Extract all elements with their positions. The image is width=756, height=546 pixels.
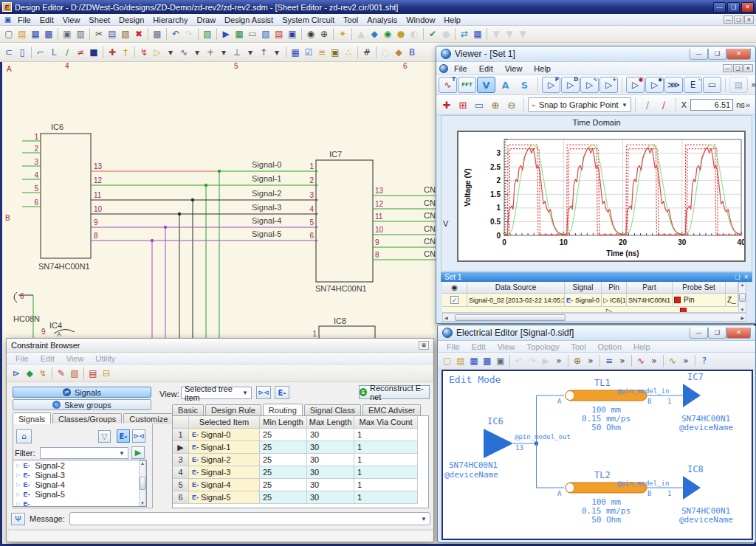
properties-icon[interactable]: ▩ xyxy=(151,28,164,41)
resistor-icon[interactable]: ∿ xyxy=(177,46,190,58)
net-label-dd-icon[interactable]: ▾ xyxy=(164,46,177,58)
menu-design[interactable]: Design xyxy=(114,15,148,25)
no-connect-icon[interactable]: † xyxy=(119,46,132,58)
menu-view[interactable]: View xyxy=(61,353,90,364)
update-netlist-icon[interactable]: ⇄ xyxy=(458,28,471,41)
run-button[interactable]: ▷● xyxy=(626,77,645,93)
print-icon[interactable]: ▣ xyxy=(61,28,74,41)
menu-view[interactable]: View xyxy=(58,15,85,25)
message-filter-button[interactable]: Ψ xyxy=(11,513,25,525)
menu-view[interactable]: View xyxy=(499,63,529,74)
set1-table-header[interactable]: ◉Data SourceSignalPinPartProbe Set xyxy=(442,282,738,294)
globe-icon[interactable]: ● xyxy=(394,28,408,41)
search-sheet-icon[interactable]: ⊕ xyxy=(317,28,331,41)
tab-routing[interactable]: Routing xyxy=(263,404,303,415)
chart-box[interactable]: 01020304000.511.522.53Time (ns)Voltage (… xyxy=(457,131,746,262)
probe-add[interactable]: ▷+ xyxy=(599,77,618,93)
viewer-mdi-restore-button[interactable]: ❑ xyxy=(733,64,743,72)
menu-design-assist[interactable]: Design Assist xyxy=(220,15,278,25)
electrical-titlebar[interactable]: Electrical Editor [Signal-0.sidf] — ❑ ✕ xyxy=(438,325,755,341)
electrical-close-button[interactable]: ✕ xyxy=(726,328,751,339)
measure-free-icon[interactable]: ∕ xyxy=(639,97,656,112)
mdi-restore-button[interactable]: ❑ xyxy=(734,15,743,24)
setting-b-icon[interactable]: ◆ xyxy=(392,46,405,58)
constraint-close-icon[interactable]: ▣ xyxy=(419,341,429,350)
row-visibility-checkbox[interactable]: ✓ xyxy=(450,296,458,304)
menu-edit[interactable]: Edit xyxy=(35,353,61,364)
signals-mode-button[interactable]: ⇄ Signals xyxy=(13,387,151,398)
net-check-icon[interactable]: ▦ xyxy=(289,46,302,58)
zoom-in-icon[interactable]: ⊕ xyxy=(487,97,504,112)
routing-row-signal-5[interactable]: 6E-Signal-525301 xyxy=(173,491,428,504)
net-search-icon[interactable]: ◉ xyxy=(381,28,394,41)
zoom-tool-icon[interactable]: ⊕ xyxy=(571,355,584,367)
scroll-up-icon[interactable]: ▲ xyxy=(740,283,745,287)
set1-horizontal-scrollbar[interactable]: ◀ ▶ xyxy=(442,313,746,322)
fit-window-icon[interactable]: ⊞ xyxy=(455,97,471,112)
sheet-frame-icon[interactable]: ▭ xyxy=(246,28,259,41)
topology-canvas[interactable]: Edit ModeIC6SN74HC00N1@deviceName@pin_mo… xyxy=(441,370,753,540)
save-icon[interactable]: ▦ xyxy=(29,28,42,41)
undo-icon[interactable]: ↶ xyxy=(169,28,182,41)
menu-edit[interactable]: Edit xyxy=(466,342,492,352)
enet-view-button[interactable]: E- xyxy=(117,429,130,443)
new-icon[interactable]: ▢ xyxy=(2,28,16,41)
design-assist-icon[interactable]: ▧ xyxy=(259,28,272,41)
paste-icon[interactable]: ▧ xyxy=(119,28,132,41)
minimize-button[interactable]: — xyxy=(713,2,726,13)
routing-row-signal-4[interactable]: 5E-Signal-425301 xyxy=(173,479,428,491)
viewer-mdi-close-button[interactable]: ✕ xyxy=(743,64,753,72)
tree-item-signal-2[interactable]: ▷E-Signal-2 xyxy=(13,460,146,470)
apply-filter-button[interactable]: ▶ xyxy=(131,446,145,459)
enet-filter-button[interactable]: E- xyxy=(275,386,289,399)
set-column-signal[interactable]: Signal xyxy=(565,282,602,294)
overflow-4-icon[interactable]: » xyxy=(647,355,661,367)
doc-view-icon[interactable]: ▤ xyxy=(272,28,286,41)
menu-view[interactable]: View xyxy=(492,342,521,352)
menu-file[interactable]: File xyxy=(448,63,473,74)
scroll-left-icon[interactable]: ◀ xyxy=(443,315,448,320)
menu-hierarchy[interactable]: Hierarchy xyxy=(148,15,192,25)
tab-basic[interactable]: Basic xyxy=(172,404,204,415)
menu-file[interactable]: File xyxy=(441,342,466,352)
routing-row-signal-1[interactable]: ▶E-Signal-125301 xyxy=(173,441,428,454)
menu-draw[interactable]: Draw xyxy=(192,15,220,25)
open-file-icon[interactable]: ▤ xyxy=(454,355,467,367)
probe-diff[interactable]: ▷D xyxy=(561,77,580,93)
tree-item-signal-4[interactable]: ▷E-Signal-4 xyxy=(13,480,146,489)
toolbar-overflow[interactable]: » xyxy=(749,77,756,93)
window-table-icon[interactable]: ▦ xyxy=(471,28,484,41)
column-header-selected-item[interactable]: Selected Item xyxy=(189,416,260,429)
probe-wave[interactable]: ▷∿ xyxy=(580,77,599,93)
overflow-1-icon[interactable]: » xyxy=(552,355,566,367)
fit-all-icon[interactable]: ✚ xyxy=(439,97,455,112)
column-header-min-length[interactable]: Min Length xyxy=(260,416,307,429)
menu-edit[interactable]: Edit xyxy=(473,63,499,74)
new-file-icon[interactable]: ▢ xyxy=(441,355,454,367)
mdi-close-button[interactable]: ✕ xyxy=(744,15,754,24)
pen-globe-icon[interactable]: ◆ xyxy=(368,28,381,41)
set1-table-row[interactable]: ✓Signal-0_02 [2013-02-22 14:05:30]E-Sign… xyxy=(442,294,738,307)
cursor-x-field[interactable]: 6.51 xyxy=(690,99,733,111)
tree-item-button[interactable]: ⊳⊲ xyxy=(256,386,271,399)
symbol-icon[interactable]: ▯ xyxy=(16,46,29,58)
tree-scrollbar[interactable]: ▲ ▼ xyxy=(139,460,146,506)
scroll-down-icon[interactable]: ▼ xyxy=(740,308,745,312)
check-icon[interactable]: ✔ xyxy=(426,28,439,41)
copy-icon[interactable]: ▤ xyxy=(106,28,119,41)
filter-combo[interactable]: ▼ xyxy=(40,447,128,459)
edit-enet-icon[interactable]: ↯ xyxy=(36,367,49,379)
pin-add-icon[interactable]: + xyxy=(204,46,217,58)
menu-file[interactable]: File xyxy=(10,353,35,364)
electrical-editor-window[interactable]: Electrical Editor [Signal-0.sidf] — ❑ ✕ … xyxy=(437,325,756,543)
snap-mode-dropdown[interactable]: ⌁ Snap to Graphic Point ▼ xyxy=(528,97,631,112)
overflow-2-icon[interactable]: » xyxy=(584,355,597,367)
viewer-minimize-button[interactable]: — xyxy=(690,49,708,60)
find-component-icon[interactable]: ◉ xyxy=(304,28,317,41)
expand-icon[interactable]: ▷ xyxy=(16,472,20,478)
power-icon[interactable]: ↑ xyxy=(257,46,270,58)
routing-table[interactable]: Selected ItemMin LengthMax LengthMax Via… xyxy=(172,415,429,508)
net-label-icon[interactable]: ▷ xyxy=(151,46,164,58)
sheet-icon[interactable]: ▣ xyxy=(2,15,13,24)
share-net-icon[interactable]: ∴ xyxy=(342,46,355,58)
